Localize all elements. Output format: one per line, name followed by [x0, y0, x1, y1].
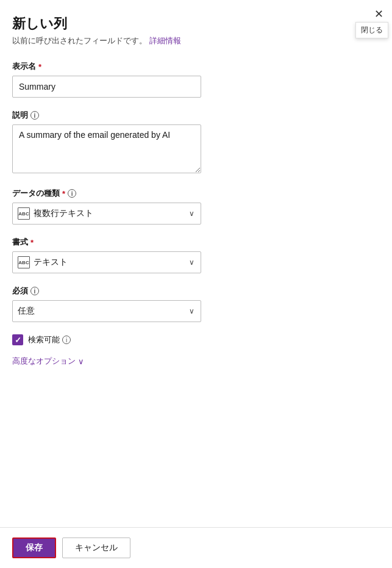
required-select[interactable]: 任意 ∨ — [12, 300, 201, 322]
description-input[interactable]: A summary of the email generated by AI — [12, 124, 201, 173]
cancel-button[interactable]: キャンセル — [62, 537, 130, 558]
format-label: 書式 * — [12, 237, 380, 248]
format-chevron-icon: ∨ — [189, 258, 194, 267]
data-type-value: 複数行テキスト — [34, 208, 93, 219]
description-field: 説明 i A summary of the email generated by… — [12, 110, 380, 176]
format-select-wrapper: ABC テキスト ∨ — [12, 251, 201, 273]
data-type-field: データの種類 * i ABC 複数行テキスト ∨ — [12, 188, 380, 225]
required-info-icon: i — [30, 287, 39, 295]
required-chevron-icon: ∨ — [189, 307, 194, 315]
description-label: 説明 i — [12, 110, 380, 121]
data-type-required-star: * — [62, 189, 65, 198]
required-field-group: 必須 i 任意 ∨ — [12, 286, 380, 322]
data-type-select-wrapper: ABC 複数行テキスト ∨ — [12, 203, 201, 225]
format-select[interactable]: ABC テキスト ∨ — [12, 251, 201, 273]
panel-subtitle: 以前に呼び出されたフィールドです。 詳細情報 — [12, 35, 380, 46]
advanced-options-link[interactable]: 高度なオプション ∨ — [12, 356, 84, 367]
display-name-input[interactable] — [12, 76, 201, 98]
searchable-label: 検索可能 i — [28, 334, 71, 345]
display-name-field: 表示名 * — [12, 61, 380, 98]
data-type-chevron-icon: ∨ — [189, 209, 194, 218]
display-name-label: 表示名 * — [12, 61, 380, 72]
save-button[interactable]: 保存 — [12, 537, 56, 558]
searchable-row: 検索可能 i — [12, 334, 380, 345]
format-required-star: * — [30, 238, 34, 247]
new-column-panel: ✕ 閉じる 新しい列 以前に呼び出されたフィールドです。 詳細情報 表示名 * … — [0, 0, 392, 568]
data-type-icon: ABC — [18, 207, 30, 220]
description-info-icon: i — [30, 111, 39, 120]
required-value: 任意 — [18, 306, 35, 317]
data-type-label: データの種類 * i — [12, 188, 380, 199]
data-type-info-icon: i — [68, 189, 76, 198]
details-link[interactable]: 詳細情報 — [149, 36, 181, 45]
close-button[interactable]: ✕ — [374, 9, 383, 20]
format-field: 書式 * ABC テキスト ∨ — [12, 237, 380, 273]
panel-title: 新しい列 — [12, 15, 380, 33]
format-icon: ABC — [18, 256, 30, 268]
required-select-wrapper: 任意 ∨ — [12, 300, 201, 322]
footer: 保存 キャンセル — [0, 527, 392, 568]
required-star: * — [38, 62, 41, 71]
required-field-label: 必須 i — [12, 286, 380, 297]
close-tooltip: 閉じる — [355, 22, 388, 38]
searchable-info-icon: i — [62, 336, 71, 344]
searchable-checkbox[interactable] — [12, 334, 23, 345]
data-type-select[interactable]: ABC 複数行テキスト ∨ — [12, 203, 201, 225]
format-value: テキスト — [34, 257, 68, 268]
advanced-options-chevron-icon: ∨ — [78, 357, 84, 366]
